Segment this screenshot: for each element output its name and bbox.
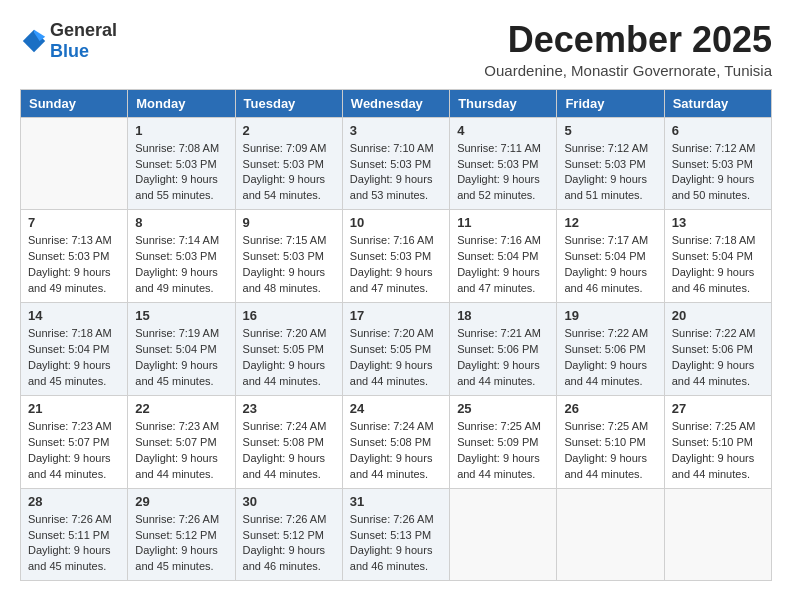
calendar-week-row: 28Sunrise: 7:26 AMSunset: 5:11 PMDayligh… [21,488,772,581]
weekday-header: Monday [128,89,235,117]
day-number: 24 [350,401,442,416]
calendar-day-cell: 6Sunrise: 7:12 AMSunset: 5:03 PMDaylight… [664,117,771,210]
calendar-day-cell: 18Sunrise: 7:21 AMSunset: 5:06 PMDayligh… [450,303,557,396]
day-info: Sunrise: 7:21 AMSunset: 5:06 PMDaylight:… [457,326,549,390]
day-info: Sunrise: 7:17 AMSunset: 5:04 PMDaylight:… [564,233,656,297]
title-block: December 2025 Ouardenine, Monastir Gover… [484,20,772,79]
calendar-day-cell [21,117,128,210]
day-info: Sunrise: 7:11 AMSunset: 5:03 PMDaylight:… [457,141,549,205]
day-number: 10 [350,215,442,230]
weekday-header: Saturday [664,89,771,117]
svg-marker-0 [23,30,45,52]
day-number: 5 [564,123,656,138]
day-info: Sunrise: 7:12 AMSunset: 5:03 PMDaylight:… [672,141,764,205]
day-number: 31 [350,494,442,509]
day-info: Sunrise: 7:14 AMSunset: 5:03 PMDaylight:… [135,233,227,297]
day-info: Sunrise: 7:25 AMSunset: 5:09 PMDaylight:… [457,419,549,483]
calendar-day-cell: 14Sunrise: 7:18 AMSunset: 5:04 PMDayligh… [21,303,128,396]
day-number: 8 [135,215,227,230]
day-number: 29 [135,494,227,509]
calendar-day-cell: 12Sunrise: 7:17 AMSunset: 5:04 PMDayligh… [557,210,664,303]
day-info: Sunrise: 7:25 AMSunset: 5:10 PMDaylight:… [564,419,656,483]
day-info: Sunrise: 7:26 AMSunset: 5:13 PMDaylight:… [350,512,442,576]
day-info: Sunrise: 7:22 AMSunset: 5:06 PMDaylight:… [672,326,764,390]
day-number: 14 [28,308,120,323]
calendar-week-row: 7Sunrise: 7:13 AMSunset: 5:03 PMDaylight… [21,210,772,303]
day-number: 6 [672,123,764,138]
calendar-day-cell: 22Sunrise: 7:23 AMSunset: 5:07 PMDayligh… [128,395,235,488]
day-number: 30 [243,494,335,509]
calendar-day-cell: 11Sunrise: 7:16 AMSunset: 5:04 PMDayligh… [450,210,557,303]
calendar-day-cell: 19Sunrise: 7:22 AMSunset: 5:06 PMDayligh… [557,303,664,396]
day-number: 1 [135,123,227,138]
calendar-day-cell: 31Sunrise: 7:26 AMSunset: 5:13 PMDayligh… [342,488,449,581]
day-info: Sunrise: 7:10 AMSunset: 5:03 PMDaylight:… [350,141,442,205]
day-number: 13 [672,215,764,230]
calendar-day-cell [664,488,771,581]
calendar-day-cell: 3Sunrise: 7:10 AMSunset: 5:03 PMDaylight… [342,117,449,210]
day-number: 17 [350,308,442,323]
calendar-day-cell: 29Sunrise: 7:26 AMSunset: 5:12 PMDayligh… [128,488,235,581]
calendar-day-cell [450,488,557,581]
day-info: Sunrise: 7:18 AMSunset: 5:04 PMDaylight:… [28,326,120,390]
day-number: 7 [28,215,120,230]
calendar-day-cell: 8Sunrise: 7:14 AMSunset: 5:03 PMDaylight… [128,210,235,303]
day-info: Sunrise: 7:26 AMSunset: 5:12 PMDaylight:… [243,512,335,576]
day-number: 2 [243,123,335,138]
calendar-day-cell: 15Sunrise: 7:19 AMSunset: 5:04 PMDayligh… [128,303,235,396]
day-info: Sunrise: 7:08 AMSunset: 5:03 PMDaylight:… [135,141,227,205]
day-number: 11 [457,215,549,230]
calendar-day-cell [557,488,664,581]
calendar-day-cell: 10Sunrise: 7:16 AMSunset: 5:03 PMDayligh… [342,210,449,303]
calendar-day-cell: 1Sunrise: 7:08 AMSunset: 5:03 PMDaylight… [128,117,235,210]
day-info: Sunrise: 7:20 AMSunset: 5:05 PMDaylight:… [350,326,442,390]
day-info: Sunrise: 7:24 AMSunset: 5:08 PMDaylight:… [350,419,442,483]
day-info: Sunrise: 7:20 AMSunset: 5:05 PMDaylight:… [243,326,335,390]
calendar-day-cell: 7Sunrise: 7:13 AMSunset: 5:03 PMDaylight… [21,210,128,303]
calendar-day-cell: 9Sunrise: 7:15 AMSunset: 5:03 PMDaylight… [235,210,342,303]
day-number: 3 [350,123,442,138]
day-number: 12 [564,215,656,230]
day-info: Sunrise: 7:26 AMSunset: 5:12 PMDaylight:… [135,512,227,576]
day-number: 22 [135,401,227,416]
weekday-header: Thursday [450,89,557,117]
weekday-header: Friday [557,89,664,117]
weekday-header: Tuesday [235,89,342,117]
day-number: 20 [672,308,764,323]
day-number: 21 [28,401,120,416]
calendar-day-cell: 27Sunrise: 7:25 AMSunset: 5:10 PMDayligh… [664,395,771,488]
day-number: 25 [457,401,549,416]
day-info: Sunrise: 7:09 AMSunset: 5:03 PMDaylight:… [243,141,335,205]
location-title: Ouardenine, Monastir Governorate, Tunisi… [484,62,772,79]
calendar-header-row: SundayMondayTuesdayWednesdayThursdayFrid… [21,89,772,117]
calendar-day-cell: 30Sunrise: 7:26 AMSunset: 5:12 PMDayligh… [235,488,342,581]
page-header: General Blue December 2025 Ouardenine, M… [20,20,772,79]
day-info: Sunrise: 7:23 AMSunset: 5:07 PMDaylight:… [135,419,227,483]
calendar-week-row: 14Sunrise: 7:18 AMSunset: 5:04 PMDayligh… [21,303,772,396]
calendar-day-cell: 5Sunrise: 7:12 AMSunset: 5:03 PMDaylight… [557,117,664,210]
day-info: Sunrise: 7:16 AMSunset: 5:03 PMDaylight:… [350,233,442,297]
day-info: Sunrise: 7:18 AMSunset: 5:04 PMDaylight:… [672,233,764,297]
calendar-week-row: 21Sunrise: 7:23 AMSunset: 5:07 PMDayligh… [21,395,772,488]
day-info: Sunrise: 7:26 AMSunset: 5:11 PMDaylight:… [28,512,120,576]
calendar-day-cell: 4Sunrise: 7:11 AMSunset: 5:03 PMDaylight… [450,117,557,210]
calendar-day-cell: 23Sunrise: 7:24 AMSunset: 5:08 PMDayligh… [235,395,342,488]
logo-icon [20,27,48,55]
day-info: Sunrise: 7:23 AMSunset: 5:07 PMDaylight:… [28,419,120,483]
month-title: December 2025 [484,20,772,60]
day-number: 9 [243,215,335,230]
day-number: 16 [243,308,335,323]
day-number: 19 [564,308,656,323]
day-info: Sunrise: 7:16 AMSunset: 5:04 PMDaylight:… [457,233,549,297]
logo: General Blue [20,20,117,62]
day-number: 18 [457,308,549,323]
calendar-day-cell: 20Sunrise: 7:22 AMSunset: 5:06 PMDayligh… [664,303,771,396]
calendar-table: SundayMondayTuesdayWednesdayThursdayFrid… [20,89,772,582]
calendar-day-cell: 2Sunrise: 7:09 AMSunset: 5:03 PMDaylight… [235,117,342,210]
calendar-day-cell: 16Sunrise: 7:20 AMSunset: 5:05 PMDayligh… [235,303,342,396]
day-info: Sunrise: 7:12 AMSunset: 5:03 PMDaylight:… [564,141,656,205]
day-number: 28 [28,494,120,509]
day-number: 26 [564,401,656,416]
weekday-header: Sunday [21,89,128,117]
day-number: 4 [457,123,549,138]
